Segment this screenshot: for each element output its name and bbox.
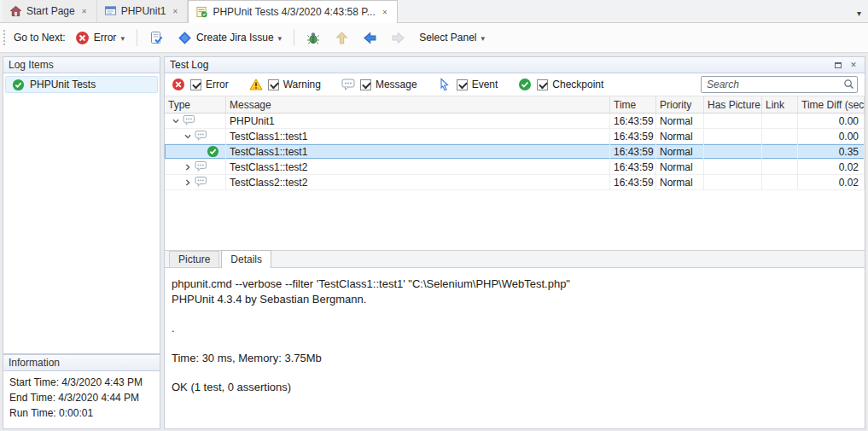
cell-time-diff: 0.00 bbox=[798, 129, 865, 143]
tab-phpunit-tests-log[interactable]: PHPUnit Tests 4/3/2020 4:43:58 P... bbox=[188, 0, 397, 23]
test-log-body: Error Warning Message bbox=[164, 73, 865, 429]
tab-start-page[interactable]: Start Page bbox=[3, 0, 97, 22]
detail-line: PHPUnit 4.3.4 by Sebastian Bergmann. bbox=[172, 292, 858, 307]
cell-link bbox=[762, 129, 798, 143]
toolbar-separator bbox=[137, 29, 137, 46]
cell-link bbox=[762, 144, 798, 159]
filter-label: Checkpoint bbox=[552, 79, 603, 90]
column-header-time-diff[interactable]: Time Diff (sec) bbox=[798, 96, 865, 113]
expand-chevron-down-icon[interactable] bbox=[170, 115, 182, 127]
tab-details[interactable]: Details bbox=[221, 250, 271, 268]
expand-chevron-right-icon[interactable] bbox=[182, 177, 194, 189]
tree-item-label: PHPUnit Tests bbox=[30, 79, 96, 90]
tab-phpunit1[interactable]: PHPUnit1 bbox=[97, 0, 189, 22]
details-content: phpunit.cmd --verbose --filter 'TestClas… bbox=[165, 268, 865, 428]
column-header-priority[interactable]: Priority bbox=[656, 96, 704, 113]
test-log-panel: Test Log Error bbox=[164, 56, 865, 429]
chevron-down-icon bbox=[120, 32, 125, 44]
search-input[interactable] bbox=[701, 76, 858, 93]
log-items-title: Log Items bbox=[9, 59, 54, 71]
cell-link bbox=[762, 175, 798, 189]
report-bug-button[interactable] bbox=[302, 28, 325, 48]
log-row[interactable]: PHPUnit1 16:43:59 Normal 0.00 bbox=[165, 114, 865, 129]
tab-picture[interactable]: Picture bbox=[169, 251, 219, 267]
filter-error: Error bbox=[172, 78, 229, 92]
filter-label: Message bbox=[376, 79, 417, 90]
right-arrow-icon bbox=[391, 31, 405, 45]
close-icon[interactable] bbox=[170, 6, 180, 16]
cell-message: TestClass1::test1 bbox=[226, 129, 610, 143]
export-results-button[interactable] bbox=[145, 28, 168, 48]
expand-chevron-right-icon[interactable] bbox=[182, 161, 194, 173]
information-body: Start Time: 4/3/2020 4:43 PM End Time: 4… bbox=[3, 371, 160, 429]
event-filter-checkbox[interactable] bbox=[457, 79, 468, 90]
information-title: Information bbox=[9, 357, 60, 369]
filter-message: Message bbox=[341, 78, 417, 92]
jira-diamond-icon bbox=[178, 31, 192, 45]
maximize-panel-button[interactable] bbox=[832, 59, 844, 71]
filter-checkpoint: Checkpoint bbox=[518, 78, 603, 92]
tree-item-phpunit-tests[interactable]: PHPUnit Tests bbox=[5, 76, 158, 93]
up-one-level-button[interactable] bbox=[330, 28, 353, 48]
column-header-type[interactable]: Type bbox=[165, 96, 226, 113]
cell-has-picture bbox=[704, 114, 762, 128]
content-region: Log Items PHPUnit Tests Information Star… bbox=[0, 53, 868, 431]
warning-filter-checkbox[interactable] bbox=[268, 79, 279, 90]
log-table-header: Type Message Time Priority Has Picture L… bbox=[165, 96, 865, 114]
cell-time: 16:43:59 bbox=[610, 175, 656, 189]
expand-chevron-down-icon[interactable] bbox=[182, 131, 194, 143]
chevron-down-icon bbox=[278, 32, 283, 44]
log-items-tree: PHPUnit Tests bbox=[3, 73, 160, 354]
detail-line: Time: 30 ms, Memory: 3.75Mb bbox=[172, 351, 858, 366]
go-to-next-label: Go to Next: bbox=[14, 32, 66, 44]
cell-has-picture bbox=[704, 129, 762, 143]
checkpoint-filter-checkbox[interactable] bbox=[537, 79, 548, 90]
start-page-icon bbox=[9, 5, 22, 17]
tab-label: Details bbox=[230, 253, 262, 265]
detail-line bbox=[172, 336, 858, 351]
message-icon bbox=[195, 160, 208, 173]
log-row[interactable]: TestClass1::test1 16:43:59 Normal 0.00 bbox=[165, 129, 865, 144]
close-icon[interactable] bbox=[380, 7, 390, 17]
project-item-icon bbox=[104, 5, 117, 17]
previous-item-button[interactable] bbox=[358, 28, 382, 48]
details-tabbar: Picture Details bbox=[165, 250, 865, 268]
cell-time: 16:43:59 bbox=[610, 129, 656, 143]
information-panel-header: Information bbox=[3, 354, 160, 371]
start-time-text: Start Time: 4/3/2020 4:43 PM bbox=[9, 375, 160, 390]
test-log-icon bbox=[195, 6, 208, 18]
checkpoint-icon bbox=[12, 79, 26, 91]
column-header-link[interactable]: Link bbox=[762, 96, 798, 113]
next-item-button[interactable] bbox=[387, 28, 410, 48]
close-icon[interactable] bbox=[79, 6, 90, 16]
log-row[interactable]: TestClass1::test2 16:43:59 Normal 0.02 bbox=[165, 160, 865, 175]
filter-event: Event bbox=[438, 78, 498, 92]
message-filter-checkbox[interactable] bbox=[360, 79, 371, 90]
message-icon bbox=[195, 130, 208, 143]
column-header-message[interactable]: Message bbox=[226, 96, 610, 113]
cell-time-diff: 0.02 bbox=[798, 175, 865, 189]
filter-label: Warning bbox=[283, 79, 321, 90]
cell-link bbox=[704, 175, 762, 189]
column-header-time[interactable]: Time bbox=[610, 96, 656, 113]
test-log-title: Test Log bbox=[170, 59, 208, 71]
log-row[interactable]: TestClass2::test2 16:43:59 Normal 0.02 bbox=[165, 175, 865, 190]
error-filter-checkbox[interactable] bbox=[190, 79, 201, 90]
cell-message: TestClass2::test2 bbox=[226, 175, 610, 189]
select-panel-button[interactable]: Select Panel bbox=[415, 29, 489, 46]
create-jira-issue-button[interactable]: Create Jira Issue bbox=[173, 28, 286, 48]
tab-label: PHPUnit Tests 4/3/2020 4:43:58 P... bbox=[213, 6, 375, 18]
log-row-selected[interactable]: TestClass1::test1 16:43:59 Normal 0.35 bbox=[165, 144, 865, 160]
left-arrow-icon bbox=[363, 31, 377, 45]
cell-message: TestClass1::test2 bbox=[226, 160, 610, 174]
toolbar-grip[interactable] bbox=[3, 30, 7, 45]
detail-line: phpunit.cmd --verbose --filter 'TestClas… bbox=[172, 277, 858, 292]
tab-overflow-chevron-icon[interactable] bbox=[857, 7, 861, 19]
detail-line bbox=[172, 365, 858, 380]
maximize-icon bbox=[835, 62, 842, 68]
go-to-next-error-button[interactable]: Error bbox=[71, 28, 129, 48]
cell-time: 16:43:59 bbox=[610, 114, 656, 128]
cell-priority: Normal bbox=[656, 175, 704, 189]
column-header-has-picture[interactable]: Has Picture bbox=[704, 96, 762, 113]
close-panel-button[interactable] bbox=[848, 59, 859, 71]
